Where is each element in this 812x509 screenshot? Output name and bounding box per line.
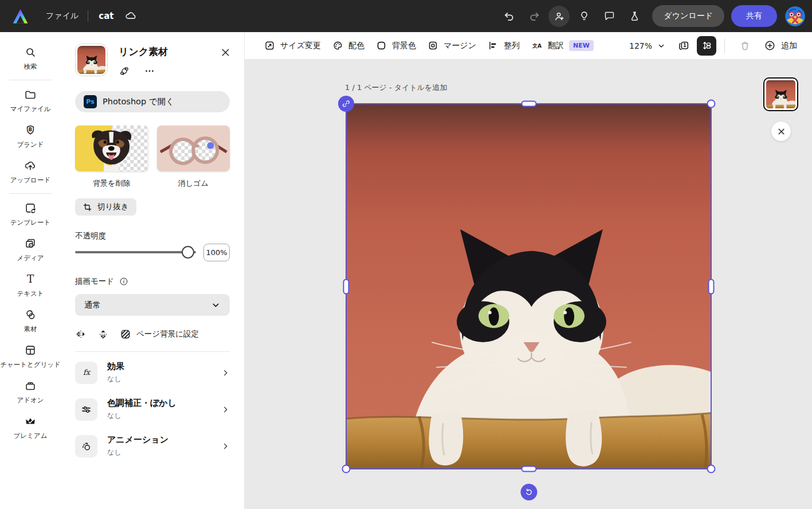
info-icon[interactable]	[119, 277, 128, 286]
pages-overview-button[interactable]: 1	[674, 36, 693, 56]
panel-title: リンク素材	[119, 45, 168, 58]
lightbulb-icon	[578, 10, 590, 22]
eraser-card[interactable]: 消しゴム	[157, 126, 230, 189]
avatar-illustration	[785, 6, 805, 26]
opacity-slider-track[interactable]	[75, 251, 196, 253]
sidebar-item-text[interactable]: T テキスト	[0, 268, 61, 304]
sidebar-item-templates[interactable]: テンプレート	[0, 197, 61, 233]
artboard[interactable]	[346, 104, 711, 469]
effects-row[interactable]: fx 効果 なし	[75, 354, 230, 391]
sidebar-item-elements[interactable]: 素材	[0, 304, 61, 339]
sidebar-item-premium[interactable]: プレミアム	[0, 410, 61, 446]
blend-mode-select[interactable]: 通常	[75, 294, 230, 316]
undo-icon	[503, 10, 515, 22]
sidebar-item-charts-grids[interactable]: チャートとグリッド	[0, 339, 61, 375]
beta-labs-button[interactable]	[623, 5, 645, 27]
open-in-photoshop-label: Photoshop で開く	[103, 96, 174, 107]
chevron-right-icon	[221, 405, 230, 414]
background-color-button[interactable]: 背景色	[370, 37, 422, 54]
fx-icon: fx	[75, 362, 97, 384]
comments-button[interactable]	[598, 5, 620, 27]
selection-handle-top[interactable]	[521, 101, 536, 107]
sidebar-item-brand[interactable]: B ブランド	[0, 119, 61, 155]
adjustments-row[interactable]: 色調補正・ぼかし なし	[75, 391, 230, 428]
asset-thumbnail	[75, 44, 108, 76]
opacity-label: 不透明度	[75, 231, 230, 241]
sidebar-item-search[interactable]: 検索	[0, 41, 61, 77]
close-icon	[220, 47, 231, 58]
page-thumbnail[interactable]	[763, 77, 798, 111]
add-element-button[interactable]: 追加	[759, 36, 802, 55]
selection-handle-left[interactable]	[343, 279, 350, 294]
remove-background-preview	[75, 126, 148, 171]
media-icon	[24, 237, 37, 250]
link-icon	[342, 99, 351, 108]
add-person-icon	[553, 10, 565, 22]
crop-button[interactable]: 切り抜き	[75, 198, 136, 216]
addons-icon	[24, 379, 37, 392]
svg-text:1: 1	[683, 42, 687, 48]
delete-button[interactable]	[735, 36, 755, 56]
sidebar-item-my-files[interactable]: マイファイル	[0, 84, 61, 119]
sidebar-item-upload[interactable]: アップロード	[0, 155, 61, 190]
remove-background-card[interactable]: 背景を削除	[75, 126, 148, 189]
animation-row[interactable]: アニメーション なし	[75, 428, 230, 464]
flip-vertical-icon[interactable]	[97, 328, 109, 340]
undo-button[interactable]	[498, 5, 520, 27]
page-title-label[interactable]: 1 / 1 ページ - タイトルを追加	[345, 83, 447, 93]
add-circle-icon	[764, 40, 776, 52]
linked-asset-badge[interactable]	[338, 96, 354, 112]
open-in-photoshop-button[interactable]: Ps Photoshop で開く	[75, 91, 230, 112]
opacity-slider-handle[interactable]	[182, 246, 194, 259]
download-button[interactable]: ダウンロード	[652, 5, 724, 27]
selection-handle-right[interactable]	[708, 279, 715, 294]
selection-handle-top-right[interactable]	[707, 100, 716, 108]
align-button[interactable]: 整列	[482, 37, 525, 54]
share-button[interactable]: 共有	[731, 5, 777, 27]
document-title[interactable]: cat	[93, 7, 119, 25]
svg-text:T: T	[27, 273, 34, 285]
shapes-icon	[24, 308, 37, 321]
rotate-icon	[524, 487, 534, 497]
toolbar-divider	[724, 38, 725, 53]
redo-icon	[528, 10, 540, 22]
remove-background-label: 背景を削除	[75, 178, 148, 189]
selection-handle-bottom-left[interactable]	[342, 465, 351, 473]
adjustments-value: なし	[107, 411, 211, 421]
cat-photo[interactable]	[346, 104, 711, 469]
effects-title: 効果	[107, 361, 211, 372]
translate-button[interactable]: 文A 翻訳 NEW	[525, 37, 599, 55]
brand-shield-icon: B	[24, 124, 37, 136]
invite-people-button[interactable]	[548, 6, 570, 27]
inspiration-button[interactable]	[573, 5, 595, 27]
zoom-control[interactable]: 127%	[625, 38, 670, 54]
opacity-value-field[interactable]: 100%	[203, 244, 230, 261]
panel-close-button[interactable]	[220, 47, 231, 58]
redo-button[interactable]	[523, 5, 545, 27]
animation-icon	[75, 435, 97, 457]
sidebar-item-media[interactable]: メディア	[0, 233, 61, 268]
layers-arrange-button[interactable]	[697, 36, 716, 56]
opacity-slider[interactable]	[75, 243, 196, 261]
margin-button[interactable]: マージン	[422, 37, 482, 54]
crown-icon	[24, 415, 37, 428]
flip-horizontal-icon[interactable]	[75, 328, 87, 340]
relink-swap-icon[interactable]	[119, 65, 130, 77]
cloud-sync-button[interactable]	[120, 5, 142, 27]
resize-button[interactable]: サイズ変更	[258, 37, 327, 54]
color-scheme-button[interactable]: 配色	[327, 37, 370, 54]
grid-icon	[24, 344, 37, 357]
file-menu[interactable]: ファイル	[38, 6, 87, 26]
rotate-handle[interactable]	[520, 484, 537, 500]
pages-panel-close-button[interactable]	[771, 122, 791, 141]
canvas-area[interactable]: 1 / 1 ページ - タイトルを追加	[245, 60, 812, 509]
selection-handle-bottom-right[interactable]	[707, 465, 716, 473]
user-avatar[interactable]	[785, 6, 805, 26]
adobe-express-logo[interactable]	[8, 4, 32, 28]
selection-handle-bottom[interactable]	[521, 466, 536, 472]
sidebar-item-addons[interactable]: アドオン	[0, 375, 61, 410]
translate-icon: 文A	[531, 40, 543, 52]
set-page-background-button[interactable]: ページ背景に設定	[120, 328, 199, 340]
blend-mode-label: 描画モード	[75, 276, 114, 287]
more-options-icon[interactable]	[144, 65, 155, 77]
